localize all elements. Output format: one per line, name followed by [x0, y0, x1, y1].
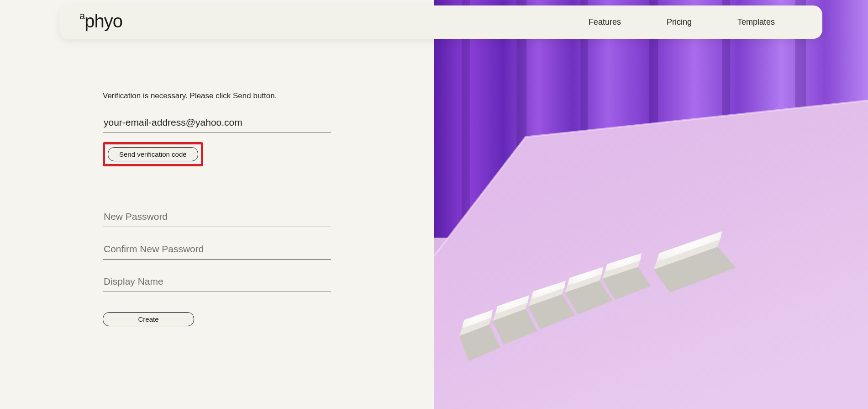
signup-form: Verification is necessary. Please click … [103, 91, 331, 326]
display-name-field[interactable] [103, 272, 331, 292]
main-nav: Features Pricing Templates [589, 17, 802, 27]
send-verification-code-button[interactable]: Send verification code [108, 147, 198, 161]
create-button[interactable]: Create [103, 312, 194, 326]
nav-templates[interactable]: Templates [737, 17, 775, 27]
confirm-password-field[interactable] [103, 240, 331, 260]
new-password-field[interactable] [103, 207, 331, 227]
logo[interactable]: aphyo [79, 11, 122, 32]
email-field[interactable] [103, 113, 331, 133]
hero-image [434, 0, 868, 409]
nav-features[interactable]: Features [589, 17, 621, 27]
send-code-highlight: Send verification code [103, 142, 203, 166]
nav-pricing[interactable]: Pricing [667, 17, 692, 27]
verification-instruction: Verification is necessary. Please click … [103, 91, 331, 101]
header-bar: aphyo Features Pricing Templates [59, 5, 822, 39]
